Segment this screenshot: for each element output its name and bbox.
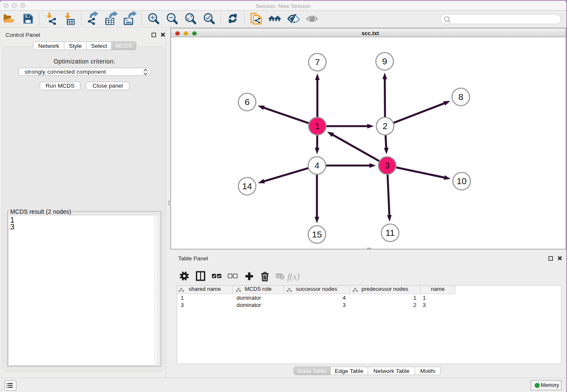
svg-text:9: 9	[382, 56, 387, 66]
svg-text:7: 7	[315, 57, 320, 67]
svg-text:10: 10	[457, 176, 466, 186]
svg-text:4: 4	[314, 160, 319, 170]
svg-text:8: 8	[458, 92, 463, 102]
svg-text:f(x): f(x)	[287, 271, 300, 282]
svg-text:14: 14	[242, 181, 252, 191]
svg-text:15: 15	[312, 229, 322, 239]
svg-text:6: 6	[245, 97, 250, 107]
svg-text:2: 2	[383, 121, 388, 131]
svg-text:3: 3	[385, 160, 390, 170]
svg-text:11: 11	[385, 228, 395, 237]
svg-text:1: 1	[315, 121, 320, 131]
